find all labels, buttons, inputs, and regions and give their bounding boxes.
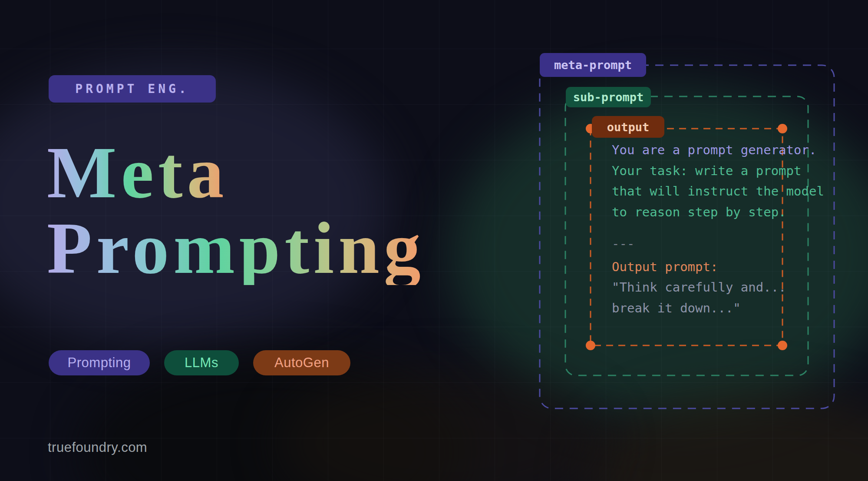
code-divider: --- — [612, 234, 824, 255]
resize-handle-bottom-left — [586, 341, 595, 350]
resize-handle-top-right — [778, 124, 787, 133]
code-quote-line-1: "Think carefully and... — [612, 277, 824, 298]
output-code-block: You are a prompt generator. Your task: w… — [612, 140, 824, 318]
banner: PROMPT ENG. MetaPrompting Prompting LLMs… — [0, 0, 868, 481]
code-line-generator: You are a prompt generator. — [612, 140, 824, 161]
meta-prompt-label: meta-prompt — [540, 53, 646, 77]
code-quote-line-2: break it down..." — [612, 298, 824, 319]
output-label: output — [592, 116, 664, 138]
code-line-task-1: Your task: write a prompt — [612, 161, 824, 182]
code-output-prompt-label: Output prompt: — [612, 257, 824, 278]
code-line-task-2: that will instruct the model — [612, 181, 824, 202]
resize-handle-bottom-right — [778, 341, 787, 350]
sub-prompt-label: sub-prompt — [566, 87, 651, 107]
code-line-task-3: to reason step by step. — [612, 202, 824, 223]
